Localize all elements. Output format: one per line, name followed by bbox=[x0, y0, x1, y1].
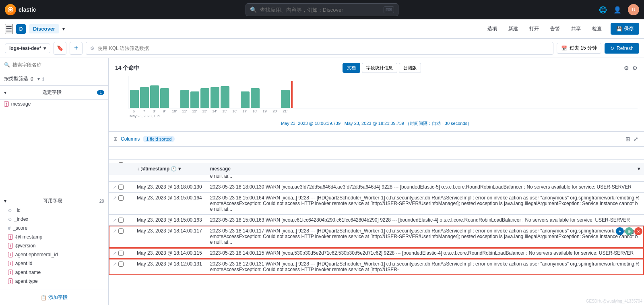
bar-5 bbox=[180, 90, 189, 108]
bar-12 bbox=[251, 88, 260, 108]
columns-button[interactable]: Columns bbox=[121, 136, 140, 142]
table-row: ↗ May 23, 2023 @ 18:18:00.130 2023-05-23… bbox=[109, 182, 644, 193]
field-item-timestamp[interactable]: t @timestamp bbox=[4, 232, 104, 241]
field-item-_score[interactable]: # _score bbox=[4, 224, 104, 232]
inspect-button[interactable]: 检查 bbox=[590, 24, 604, 34]
keyboard-shortcut: ⌨ bbox=[384, 6, 394, 13]
index-pattern-dropdown[interactable]: logs-test-dev* ▾ bbox=[5, 44, 50, 53]
x-label-7: 7 bbox=[140, 109, 149, 113]
time-range-label: 过去 15 分钟 bbox=[570, 45, 597, 52]
table-view-icon[interactable]: ⊞ bbox=[625, 135, 631, 143]
help-icon[interactable]: 🌐 bbox=[599, 6, 607, 14]
field-item-agent-version[interactable]: t agent.version bbox=[4, 286, 104, 286]
sort-badge: 1 field sorted bbox=[143, 136, 175, 142]
table-expand-icon[interactable]: ⤢ bbox=[633, 135, 639, 143]
expand-row-icon[interactable]: ↗ bbox=[113, 261, 117, 267]
add-field-icon: 📋 bbox=[41, 295, 47, 301]
expand-row-icon[interactable]: ↗ bbox=[113, 217, 117, 223]
col-header-message[interactable]: message ▾ bbox=[206, 163, 644, 175]
add-field-button[interactable]: 📋 添加字段 bbox=[4, 294, 104, 301]
field-item-version[interactable]: t @version bbox=[4, 241, 104, 250]
field-item-agent-type[interactable]: t agent.type bbox=[4, 277, 104, 286]
hamburger-button[interactable]: ☰ bbox=[5, 24, 13, 34]
selected-fields-chevron-icon[interactable]: ▾ bbox=[4, 90, 6, 95]
col-header-timestamp[interactable]: ↓ @timestamp 🕐 ▾ bbox=[133, 163, 206, 175]
row-timestamp-7: May 23, 2023 @ 18:12:00.131 bbox=[133, 259, 206, 275]
row-checkbox-3[interactable] bbox=[118, 195, 124, 201]
bar-7 bbox=[200, 88, 209, 108]
global-search-bar[interactable]: 🔍 ⌨ bbox=[246, 3, 398, 16]
filter-by-type-section: 按类型筛选 0 ▾ ℹ bbox=[0, 72, 108, 86]
global-search-input[interactable] bbox=[260, 7, 380, 13]
main-layout: 🔍 按类型筛选 0 ▾ ℹ ▾ 选定字段 1 t message bbox=[0, 58, 644, 305]
row-checkbox-5[interactable] bbox=[118, 228, 124, 234]
open-button[interactable]: 打开 bbox=[527, 24, 541, 34]
field-item-agent-name[interactable]: t agent.name bbox=[4, 268, 104, 277]
row-actions-5: ↗ bbox=[113, 228, 129, 234]
chart-settings: ⚙ ⚙ bbox=[624, 65, 638, 71]
expand-row-icon[interactable]: ↗ bbox=[113, 250, 117, 256]
row-controls-4: ↗ bbox=[109, 215, 133, 226]
x-label-18: 18' bbox=[250, 109, 259, 113]
tab-beta[interactable]: 公测版 bbox=[399, 63, 421, 73]
dropdown-chevron-icon: ▾ bbox=[43, 46, 46, 51]
available-chevron-icon[interactable]: ▾ bbox=[4, 198, 6, 204]
index-pattern-label: logs-test-dev* bbox=[9, 46, 41, 51]
chart-settings-icon[interactable]: ⚙ bbox=[624, 65, 629, 71]
field-type-index-icon: ⊙ bbox=[8, 217, 12, 222]
expand-row-icon[interactable]: ↗ bbox=[113, 184, 117, 190]
row-message-2: 2023-05-23 18:18:00.130 WARN [xcoa,ae3fd… bbox=[206, 182, 644, 193]
tab-documents[interactable]: 文档 bbox=[343, 63, 360, 73]
row-actions-6: ↗ bbox=[113, 250, 129, 256]
calendar-button[interactable]: 📅 过去 15 分钟 bbox=[557, 43, 601, 54]
save-button[interactable]: 💾 保存 bbox=[611, 23, 639, 35]
row-checkbox-4[interactable] bbox=[118, 218, 124, 223]
row-checkbox-6[interactable] bbox=[118, 251, 124, 256]
content-panel: 14 个命中 文档 字段统计信息 公测版 ⚙ ⚙ 2 1 0 bbox=[109, 58, 644, 305]
x-label-start: 6' bbox=[130, 109, 138, 113]
share-button[interactable]: 共享 bbox=[569, 24, 583, 34]
field-item-message[interactable]: t message bbox=[0, 100, 108, 108]
discover-button[interactable]: Discover bbox=[29, 24, 59, 33]
avatar-icon[interactable]: U bbox=[628, 4, 639, 15]
options-button[interactable]: 选项 bbox=[485, 24, 500, 34]
data-table-container: ↓ @timestamp 🕐 ▾ message ▾ bbox=[109, 147, 644, 305]
kql-input[interactable] bbox=[98, 46, 549, 51]
user-icon[interactable]: 👤 bbox=[613, 6, 621, 14]
alert-button[interactable]: 告警 bbox=[548, 24, 562, 34]
row-message-4: 2023-05-23 18:15:00.163 WARN [xcoa,c61fc… bbox=[206, 215, 644, 226]
field-item-_id[interactable]: ⊙ _id bbox=[4, 206, 104, 215]
chart-more-icon[interactable]: ⚙ bbox=[632, 65, 638, 71]
row-checkbox-7[interactable] bbox=[118, 261, 124, 267]
expand-row-icon[interactable]: ↗ bbox=[113, 195, 117, 201]
clock-icon: 🕐 bbox=[171, 166, 177, 172]
refresh-icon: ↻ bbox=[610, 46, 614, 51]
action-remove-icon[interactable]: ✕ bbox=[634, 227, 642, 235]
row-actions-4: ↗ bbox=[113, 217, 129, 223]
sidebar-search[interactable]: 🔍 bbox=[0, 58, 108, 72]
tab-field-stats[interactable]: 字段统计信息 bbox=[362, 63, 397, 73]
info-icon[interactable]: ℹ bbox=[42, 76, 44, 82]
new-button[interactable]: 新建 bbox=[506, 24, 520, 34]
sidebar-search-input[interactable] bbox=[12, 62, 104, 68]
refresh-button[interactable]: ↻ Refresh bbox=[605, 43, 639, 54]
action-add-icon[interactable]: + bbox=[616, 227, 624, 235]
bar-1 bbox=[140, 87, 149, 108]
row-actions-2: ↗ bbox=[113, 184, 129, 190]
save-search-button[interactable]: 🔖 bbox=[54, 42, 66, 55]
kql-search-bar[interactable]: ⚙ bbox=[86, 42, 553, 55]
bar-0 bbox=[130, 90, 139, 108]
field-item-_index[interactable]: ⊙ _index bbox=[4, 215, 104, 224]
field-type-ts-icon: t bbox=[8, 234, 13, 240]
sidebar-footer: 📋 添加字段 bbox=[0, 290, 108, 305]
field-item-agent-ephemeral[interactable]: t agent.ephemeral_id bbox=[4, 250, 104, 259]
row-checkbox-2[interactable] bbox=[118, 185, 124, 190]
chevron-down-icon[interactable]: ▾ bbox=[62, 26, 65, 32]
x-label-19: 19' bbox=[260, 109, 269, 113]
field-item-agent-id[interactable]: t agent.id bbox=[4, 259, 104, 268]
add-filter-button[interactable]: + bbox=[70, 42, 83, 55]
field-name-version: @version bbox=[15, 243, 36, 249]
action-filter-icon[interactable]: ⊕ bbox=[625, 227, 633, 235]
chevron-down-filter-icon[interactable]: ▾ bbox=[37, 76, 40, 82]
expand-row-icon[interactable]: ↗ bbox=[113, 228, 117, 234]
